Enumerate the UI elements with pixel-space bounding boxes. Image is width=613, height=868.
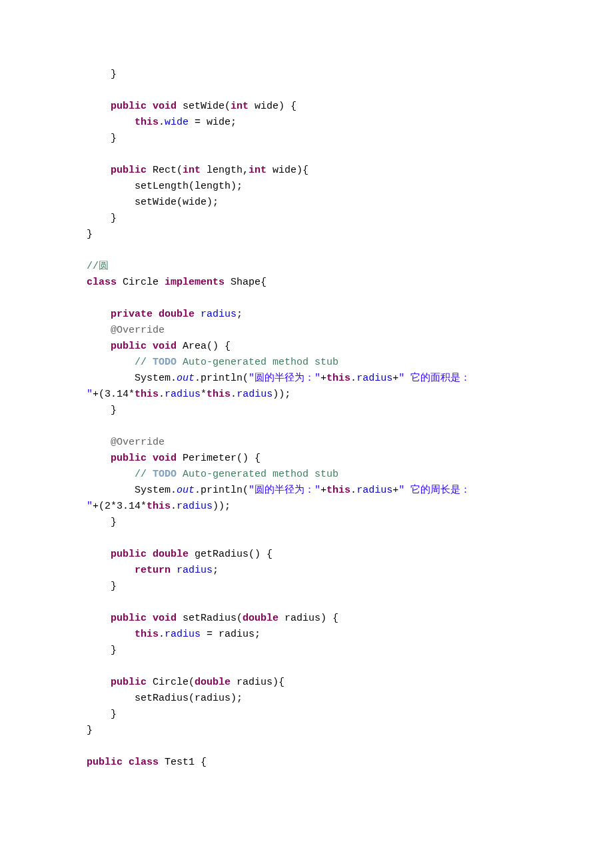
code-line: setRadius(radius); xyxy=(87,693,243,704)
code-line: } xyxy=(87,229,93,240)
code-line: } xyxy=(87,213,117,224)
code-line: } xyxy=(87,517,117,528)
code-line: } xyxy=(87,581,117,592)
code-line: setLength(length); xyxy=(87,181,243,192)
code-line: setWide(wide); xyxy=(87,197,219,208)
code-line: } xyxy=(87,69,117,80)
code-block: } public void setWide(int wide) { this.w… xyxy=(0,0,613,811)
code-line: } xyxy=(87,709,117,720)
code-line: } xyxy=(87,405,117,416)
code-line: } xyxy=(87,725,93,736)
code-line: } xyxy=(87,645,117,656)
code-line: } xyxy=(87,133,117,144)
